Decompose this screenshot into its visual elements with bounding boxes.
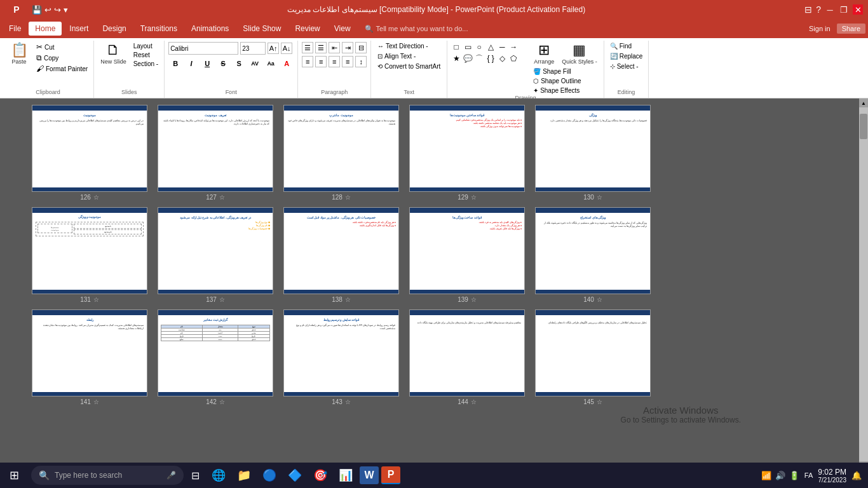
menu-review[interactable]: Review <box>288 22 326 36</box>
clock[interactable]: 9:02 PM 7/21/2023 <box>818 468 846 484</box>
slide-item-131[interactable]: موجودیت و ویژگی سیستم‌هاموجودیت نامحدود … <box>32 207 147 303</box>
menu-slideshow[interactable]: Slide Show <box>236 22 287 36</box>
slide-item-130[interactable]: ویژگی خصوصیات ذاتی موجودیت‌ها، پنجگانه و… <box>535 105 651 201</box>
reset-button[interactable]: Reset <box>132 51 160 59</box>
word-icon[interactable]: W <box>360 466 379 484</box>
battery-icon[interactable]: 🔋 <box>789 471 799 480</box>
close-button[interactable]: ✕ <box>853 4 863 15</box>
help-icon[interactable]: ? <box>816 4 821 15</box>
slide-item-128[interactable]: موجودیت مانترپ موجودیت‌ها به عنوان پیکره… <box>283 105 399 201</box>
volume-icon[interactable]: 🔊 <box>775 471 785 480</box>
customize-qat-button[interactable]: ▾ <box>64 5 68 15</box>
triangle-shape[interactable]: △ <box>485 42 496 52</box>
sign-in-button[interactable]: Sign in <box>809 25 831 32</box>
slide-item-145[interactable]: تحلیل سیستم‌های اطلاعاتی در سازمان‌های م… <box>535 309 651 405</box>
rect-shape[interactable]: □ <box>451 42 461 52</box>
rounded-rect-shape[interactable]: ▭ <box>463 42 473 52</box>
powerpoint-icon[interactable]: P <box>381 466 400 484</box>
indent-less-button[interactable]: ⇤ <box>329 42 340 53</box>
menu-transitions[interactable]: Transitions <box>134 22 184 36</box>
scroll-thumb[interactable] <box>860 114 867 139</box>
menu-animations[interactable]: Animations <box>185 22 235 36</box>
network-icon[interactable]: 📶 <box>761 471 771 480</box>
align-left-button[interactable]: ≡ <box>302 56 313 67</box>
strikethrough-button[interactable]: S <box>216 57 230 70</box>
find-button[interactable]: 🔍 Find <box>608 42 645 50</box>
char-spacing-button[interactable]: AV <box>248 57 262 70</box>
font-name-input[interactable] <box>168 42 238 55</box>
slide-item-140[interactable]: ویژگی‌های استخراج ویژگی‌هایی که از سایر … <box>535 207 651 303</box>
app6-icon[interactable]: 📊 <box>334 464 357 487</box>
edge-icon[interactable]: 🌐 <box>207 464 230 487</box>
ribbon-toggle-icon[interactable]: ⊟ <box>804 4 812 15</box>
slide-item-137[interactable]: در تعریف هر ویژگی، اطلاعاتی به شرح ذیل ا… <box>158 207 273 303</box>
copy-button[interactable]: ⧉ Copy <box>34 53 90 63</box>
cut-button[interactable]: ✂ Cut <box>34 42 90 52</box>
slide-item-139[interactable]: قواعد ساخت ویژگی‌ها ● ویژگی‌های کلیدی با… <box>409 207 525 303</box>
slide-item-138[interactable]: خصوصیات ذاتی هر ویژگی، ماشنل پر مواد قبل… <box>283 207 399 303</box>
scroll-up-button[interactable]: ▲ <box>859 98 868 107</box>
brace-shape[interactable]: { } <box>485 53 496 64</box>
align-right-button[interactable]: ≡ <box>329 56 340 67</box>
select-button[interactable]: ⊹ Select - <box>608 62 645 71</box>
vertical-scrollbar[interactable]: ▲ ▼ <box>859 98 868 470</box>
section-button[interactable]: Section - <box>132 60 160 68</box>
text-direction-button[interactable]: ↔ Text Direction - <box>376 42 442 50</box>
font-color-button[interactable]: A <box>280 57 294 70</box>
minimize-button[interactable]: ─ <box>825 4 835 15</box>
share-button[interactable]: Share <box>837 24 865 34</box>
line-shape[interactable]: ─ <box>497 42 507 52</box>
new-slide-button[interactable]: 🗋 New Slide <box>98 42 129 66</box>
slide-item-129[interactable]: قواعد ساختن موجودیت‌ها ● باید موجودیت را… <box>409 105 525 201</box>
format-painter-button[interactable]: 🖌 Format Painter <box>34 64 90 74</box>
shape-fill-button[interactable]: 🪣 Shape Fill <box>531 67 600 76</box>
menu-design[interactable]: Design <box>96 22 132 36</box>
numbering-button[interactable]: ☰ <box>315 42 327 53</box>
callout-shape[interactable]: 💬 <box>463 53 473 64</box>
microphone-icon[interactable]: 🎤 <box>166 471 176 480</box>
align-center-button[interactable]: ≡ <box>315 56 327 67</box>
taskbar-search[interactable]: 🔍 Type here to search 🎤 <box>31 466 184 485</box>
change-case-button[interactable]: Aa <box>264 57 278 70</box>
line-spacing-button[interactable]: ↕ <box>355 56 367 67</box>
star-shape[interactable]: ★ <box>451 53 461 64</box>
menu-home[interactable]: Home <box>29 22 62 36</box>
arrow-shape[interactable]: → <box>508 42 519 52</box>
convert-smartart-button[interactable]: ⟲ Convert to SmartArt <box>376 62 442 71</box>
slide-item-142[interactable]: گزارش ثبت مقادیر نام مقدار نوع شناسه 001… <box>158 309 273 405</box>
start-button[interactable]: ⊞ <box>0 463 29 488</box>
slide-item-144[interactable]: مفاهیم پیشرفته سیستم‌های اطلاعاتی مدیریت… <box>409 309 525 405</box>
increase-font-button[interactable]: A↑ <box>268 43 279 54</box>
paste-button[interactable]: 📋 Paste <box>6 42 32 66</box>
menu-insert[interactable]: Insert <box>63 22 95 36</box>
shape-outline-button[interactable]: ⬡ Shape Outline <box>531 77 600 85</box>
app5-icon[interactable]: 🎯 <box>309 464 332 487</box>
slide-item-143[interactable]: قواعد نمایش و ترسیم روابط قواعد رسم رواب… <box>283 309 399 405</box>
flowchart-shape[interactable]: ◇ <box>497 53 507 64</box>
tell-me-placeholder[interactable]: Tell me what you want to do... <box>376 25 468 32</box>
oval-shape[interactable]: ○ <box>474 42 484 52</box>
bullets-button[interactable]: ☰ <box>302 42 313 53</box>
slide-item-126[interactable]: موجودیت در این درس به بررسی مفاهیم کلیدی… <box>32 105 147 201</box>
indent-more-button[interactable]: ⇥ <box>342 42 353 53</box>
slide-item-141[interactable]: رابطه سیستم‌های اطلاعاتی مدیریت، کمک به … <box>32 309 147 405</box>
align-text-button[interactable]: ⊡ Align Text - <box>376 52 442 60</box>
chrome-icon[interactable]: 🔵 <box>258 464 281 487</box>
language-indicator[interactable]: FA <box>804 471 813 479</box>
save-button[interactable]: 💾 <box>32 5 42 15</box>
notification-icon[interactable]: 🔔 <box>851 471 862 480</box>
shadow-button[interactable]: S <box>232 57 246 70</box>
curve-shape[interactable]: ⌒ <box>474 53 484 64</box>
font-size-input[interactable] <box>240 42 266 55</box>
menu-view[interactable]: View <box>328 22 357 36</box>
task-view-button[interactable]: ⊟ <box>186 470 205 482</box>
decrease-font-button[interactable]: A↓ <box>281 43 292 54</box>
replace-button[interactable]: 🔄 Replace <box>608 52 645 60</box>
explorer-icon[interactable]: 📁 <box>233 464 255 487</box>
underline-button[interactable]: U <box>200 57 214 70</box>
restore-button[interactable]: ❐ <box>839 4 849 15</box>
bold-button[interactable]: B <box>168 57 182 70</box>
quick-styles-button[interactable]: ▦ Quick Styles - <box>559 42 600 66</box>
italic-button[interactable]: I <box>184 57 198 70</box>
slide-item-127[interactable]: تعریف موجودیت موجودیت یا آنچه که ارزش اط… <box>158 105 273 201</box>
